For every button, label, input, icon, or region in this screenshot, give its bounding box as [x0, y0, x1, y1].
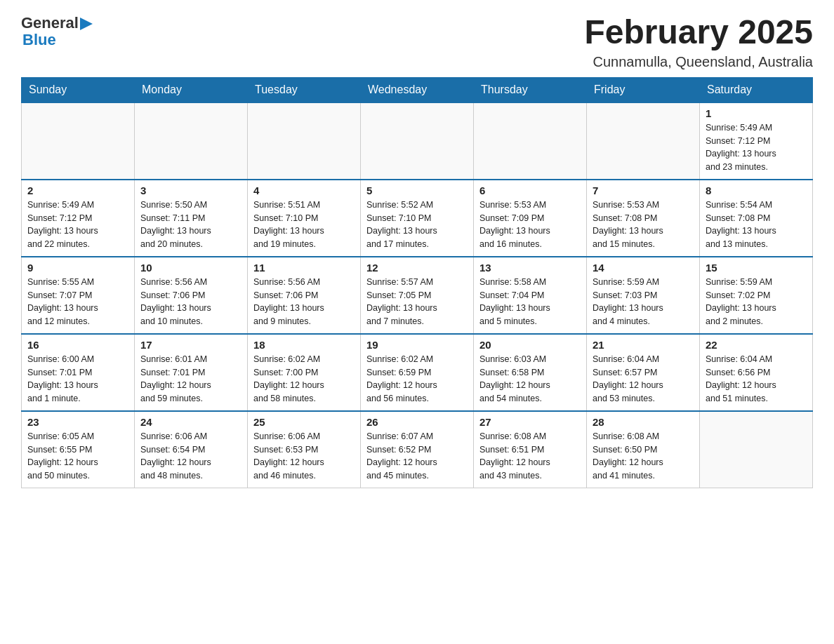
calendar-cell: 10Sunrise: 5:56 AMSunset: 7:06 PMDayligh… — [135, 257, 248, 334]
calendar-cell: 9Sunrise: 5:55 AMSunset: 7:07 PMDaylight… — [22, 257, 135, 334]
day-info: Sunrise: 5:54 AMSunset: 7:08 PMDaylight:… — [706, 200, 776, 249]
day-info: Sunrise: 6:04 AMSunset: 6:57 PMDaylight:… — [593, 354, 663, 403]
calendar-cell: 20Sunrise: 6:03 AMSunset: 6:58 PMDayligh… — [474, 334, 587, 411]
day-number: 21 — [593, 339, 694, 351]
day-number: 19 — [366, 339, 468, 351]
day-info: Sunrise: 6:06 AMSunset: 6:53 PMDaylight:… — [253, 431, 324, 481]
day-info: Sunrise: 6:02 AMSunset: 6:59 PMDaylight:… — [366, 354, 437, 403]
calendar-cell: 3Sunrise: 5:50 AMSunset: 7:11 PMDaylight… — [135, 180, 248, 257]
calendar-cell: 17Sunrise: 6:01 AMSunset: 7:01 PMDayligh… — [135, 334, 248, 411]
calendar-week-4: 16Sunrise: 6:00 AMSunset: 7:01 PMDayligh… — [22, 334, 813, 411]
day-info: Sunrise: 5:55 AMSunset: 7:07 PMDaylight:… — [27, 277, 98, 326]
calendar-week-2: 2Sunrise: 5:49 AMSunset: 7:12 PMDaylight… — [22, 180, 813, 257]
day-info: Sunrise: 5:59 AMSunset: 7:03 PMDaylight:… — [593, 277, 663, 326]
logo: General Blue — [21, 14, 93, 49]
day-info: Sunrise: 6:03 AMSunset: 6:58 PMDaylight:… — [479, 354, 550, 403]
calendar-cell: 16Sunrise: 6:00 AMSunset: 7:01 PMDayligh… — [22, 334, 135, 411]
day-of-week-sunday: Sunday — [22, 77, 135, 102]
calendar-cell: 8Sunrise: 5:54 AMSunset: 7:08 PMDaylight… — [700, 180, 813, 257]
day-info: Sunrise: 6:00 AMSunset: 7:01 PMDaylight:… — [27, 354, 98, 403]
day-number: 16 — [27, 339, 128, 351]
calendar-week-1: 1Sunrise: 5:49 AMSunset: 7:12 PMDaylight… — [22, 102, 813, 180]
calendar-cell: 2Sunrise: 5:49 AMSunset: 7:12 PMDaylight… — [22, 180, 135, 257]
calendar-cell: 28Sunrise: 6:08 AMSunset: 6:50 PMDayligh… — [587, 411, 700, 488]
day-of-week-saturday: Saturday — [700, 77, 813, 102]
day-info: Sunrise: 6:08 AMSunset: 6:51 PMDaylight:… — [479, 431, 550, 481]
calendar-cell: 11Sunrise: 5:56 AMSunset: 7:06 PMDayligh… — [248, 257, 361, 334]
calendar-cell — [22, 102, 135, 180]
calendar-cell — [135, 102, 248, 180]
logo-general-text: General — [21, 14, 79, 32]
day-number: 23 — [27, 416, 128, 428]
day-number: 28 — [593, 416, 694, 428]
day-info: Sunrise: 5:56 AMSunset: 7:06 PMDaylight:… — [253, 277, 324, 326]
day-info: Sunrise: 5:52 AMSunset: 7:10 PMDaylight:… — [366, 200, 437, 249]
day-number: 15 — [706, 262, 807, 274]
day-info: Sunrise: 5:56 AMSunset: 7:06 PMDaylight:… — [140, 277, 211, 326]
day-info: Sunrise: 5:59 AMSunset: 7:02 PMDaylight:… — [706, 277, 776, 326]
day-number: 12 — [366, 262, 468, 274]
page-header: General Blue February 2025 Cunnamulla, Q… — [21, 14, 813, 70]
day-number: 13 — [479, 262, 581, 274]
calendar-cell — [248, 102, 361, 180]
calendar-body: 1Sunrise: 5:49 AMSunset: 7:12 PMDaylight… — [22, 102, 813, 488]
day-info: Sunrise: 6:01 AMSunset: 7:01 PMDaylight:… — [140, 354, 211, 403]
day-info: Sunrise: 6:02 AMSunset: 7:00 PMDaylight:… — [253, 354, 324, 403]
calendar-cell: 23Sunrise: 6:05 AMSunset: 6:55 PMDayligh… — [22, 411, 135, 488]
day-number: 14 — [593, 262, 694, 274]
day-number: 27 — [479, 416, 581, 428]
calendar-cell: 14Sunrise: 5:59 AMSunset: 7:03 PMDayligh… — [587, 257, 700, 334]
day-number: 20 — [479, 339, 581, 351]
days-of-week-row: SundayMondayTuesdayWednesdayThursdayFrid… — [22, 77, 813, 102]
calendar-cell: 4Sunrise: 5:51 AMSunset: 7:10 PMDaylight… — [248, 180, 361, 257]
calendar-cell: 13Sunrise: 5:58 AMSunset: 7:04 PMDayligh… — [474, 257, 587, 334]
calendar-cell — [361, 102, 474, 180]
calendar-cell: 6Sunrise: 5:53 AMSunset: 7:09 PMDaylight… — [474, 180, 587, 257]
calendar-week-5: 23Sunrise: 6:05 AMSunset: 6:55 PMDayligh… — [22, 411, 813, 488]
calendar-cell: 7Sunrise: 5:53 AMSunset: 7:08 PMDaylight… — [587, 180, 700, 257]
day-of-week-friday: Friday — [587, 77, 700, 102]
day-info: Sunrise: 6:06 AMSunset: 6:54 PMDaylight:… — [140, 431, 211, 481]
day-number: 22 — [706, 339, 807, 351]
title-block: February 2025 Cunnamulla, Queensland, Au… — [584, 14, 813, 70]
calendar-cell: 12Sunrise: 5:57 AMSunset: 7:05 PMDayligh… — [361, 257, 474, 334]
day-number: 8 — [706, 185, 807, 196]
calendar-table: SundayMondayTuesdayWednesdayThursdayFrid… — [21, 77, 813, 489]
calendar-cell: 18Sunrise: 6:02 AMSunset: 7:00 PMDayligh… — [248, 334, 361, 411]
day-info: Sunrise: 5:53 AMSunset: 7:09 PMDaylight:… — [479, 200, 550, 249]
calendar-cell: 21Sunrise: 6:04 AMSunset: 6:57 PMDayligh… — [587, 334, 700, 411]
calendar-cell: 15Sunrise: 5:59 AMSunset: 7:02 PMDayligh… — [700, 257, 813, 334]
calendar-cell — [700, 411, 813, 488]
day-number: 18 — [253, 339, 355, 351]
calendar-cell: 27Sunrise: 6:08 AMSunset: 6:51 PMDayligh… — [474, 411, 587, 488]
calendar-cell: 24Sunrise: 6:06 AMSunset: 6:54 PMDayligh… — [135, 411, 248, 488]
day-info: Sunrise: 5:49 AMSunset: 7:12 PMDaylight:… — [706, 123, 776, 172]
calendar-week-3: 9Sunrise: 5:55 AMSunset: 7:07 PMDaylight… — [22, 257, 813, 334]
day-number: 9 — [27, 262, 128, 274]
day-number: 10 — [140, 262, 241, 274]
logo-blue-text: Blue — [22, 31, 56, 48]
calendar-cell: 5Sunrise: 5:52 AMSunset: 7:10 PMDaylight… — [361, 180, 474, 257]
calendar-header: SundayMondayTuesdayWednesdayThursdayFrid… — [22, 77, 813, 102]
day-of-week-monday: Monday — [135, 77, 248, 102]
day-info: Sunrise: 5:51 AMSunset: 7:10 PMDaylight:… — [253, 200, 324, 249]
svg-marker-0 — [80, 18, 93, 30]
day-info: Sunrise: 5:57 AMSunset: 7:05 PMDaylight:… — [366, 277, 437, 326]
day-number: 6 — [479, 185, 581, 196]
logo-arrow-icon — [80, 18, 93, 30]
day-of-week-tuesday: Tuesday — [248, 77, 361, 102]
day-number: 25 — [253, 416, 355, 428]
day-info: Sunrise: 5:49 AMSunset: 7:12 PMDaylight:… — [27, 200, 98, 249]
month-title: February 2025 — [584, 14, 813, 51]
calendar-cell: 1Sunrise: 5:49 AMSunset: 7:12 PMDaylight… — [700, 102, 813, 180]
day-info: Sunrise: 5:58 AMSunset: 7:04 PMDaylight:… — [479, 277, 550, 326]
day-info: Sunrise: 6:05 AMSunset: 6:55 PMDaylight:… — [27, 431, 98, 481]
day-number: 5 — [366, 185, 468, 196]
day-number: 7 — [593, 185, 694, 196]
day-info: Sunrise: 6:07 AMSunset: 6:52 PMDaylight:… — [366, 431, 437, 481]
day-info: Sunrise: 5:50 AMSunset: 7:11 PMDaylight:… — [140, 200, 211, 249]
calendar-cell: 22Sunrise: 6:04 AMSunset: 6:56 PMDayligh… — [700, 334, 813, 411]
day-number: 24 — [140, 416, 241, 428]
calendar-cell: 26Sunrise: 6:07 AMSunset: 6:52 PMDayligh… — [361, 411, 474, 488]
day-number: 11 — [253, 262, 355, 274]
